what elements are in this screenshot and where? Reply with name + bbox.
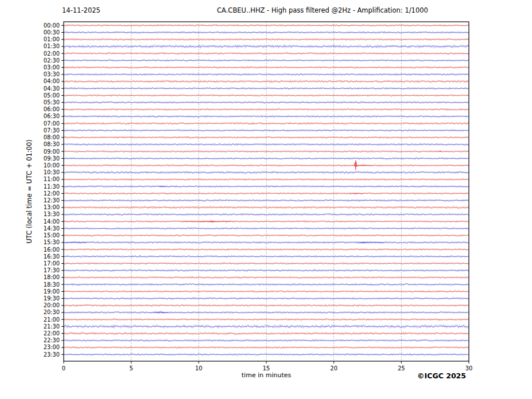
y-tick-label: 06:00	[44, 106, 60, 112]
y-tick-label: 08:00	[44, 134, 60, 140]
y-tick-label: 10:30	[44, 169, 60, 175]
y-tick-label: 09:30	[44, 155, 60, 162]
y-tick-label: 12:30	[44, 197, 60, 204]
y-tick-label: 05:00	[44, 92, 60, 99]
y-tick-label: 15:30	[44, 239, 60, 245]
y-tick-label: 04:00	[44, 78, 60, 84]
y-tick-label: 19:00	[44, 288, 60, 295]
x-tick-label: 0	[62, 365, 65, 371]
y-tick-label: 23:30	[44, 351, 60, 358]
seismic-trace-13:30	[64, 214, 469, 215]
y-tick-label: 21:00	[44, 316, 60, 323]
y-tick-label: 16:00	[44, 247, 60, 253]
y-tick-label: 14:30	[44, 225, 60, 232]
y-tick-label: 07:00	[44, 120, 60, 127]
y-tick-label: 01:30	[44, 43, 60, 49]
x-tick-label: 5	[129, 365, 133, 371]
y-tick-label: 20:30	[44, 309, 60, 315]
y-tick-label: 11:30	[44, 183, 60, 190]
y-tick-label: 09:00	[44, 148, 60, 155]
y-tick-label: 00:30	[44, 29, 60, 36]
y-tick-label: 17:30	[44, 267, 60, 273]
y-tick-label: 15:00	[44, 232, 60, 238]
y-tick-label: 06:30	[44, 113, 60, 119]
y-tick-label: 02:00	[44, 50, 60, 57]
y-tick-label: 01:00	[44, 36, 60, 42]
x-tick-label: 10	[195, 365, 203, 371]
y-tick-label: 18:00	[44, 274, 60, 280]
y-tick-label: 05:30	[44, 99, 60, 105]
y-tick-label: 11:00	[44, 176, 60, 182]
y-tick-label: 23:00	[44, 344, 60, 350]
x-tick-label: 25	[398, 365, 405, 371]
y-tick-label: 22:00	[44, 330, 60, 337]
y-tick-label: 07:30	[44, 127, 60, 134]
y-tick-label: 12:00	[44, 190, 60, 197]
y-tick-label: 16:30	[44, 253, 60, 260]
seismogram-plot: 00:0000:3001:0001:3002:0002:3003:0003:30…	[0, 0, 532, 399]
y-tick-label: 03:00	[44, 64, 60, 71]
y-tick-label: 17:00	[44, 260, 60, 267]
y-tick-label: 03:30	[44, 71, 60, 77]
copyright-label: ©ICGC 2025	[417, 371, 466, 380]
y-tick-label: 21:30	[44, 323, 60, 330]
y-tick-label: 02:30	[44, 57, 60, 64]
x-tick-label: 15	[263, 365, 270, 371]
y-tick-label: 13:30	[44, 211, 60, 217]
x-axis-label: time in minutes	[242, 371, 291, 379]
y-tick-label: 00:00	[44, 22, 60, 29]
x-tick-label: 20	[330, 365, 337, 371]
y-tick-label: 04:30	[44, 85, 60, 92]
y-tick-label: 20:00	[44, 302, 60, 308]
y-tick-label: 22:30	[44, 337, 60, 343]
y-tick-label: 14:00	[44, 218, 60, 225]
y-tick-label: 13:00	[44, 204, 60, 210]
y-tick-label: 19:30	[44, 295, 60, 302]
y-tick-label: 18:30	[44, 281, 60, 288]
y-tick-label: 08:30	[44, 141, 60, 147]
helicorder-figure: 14-11-2025 CA.CBEU..HHZ - High pass filt…	[0, 0, 532, 399]
y-tick-label: 10:00	[44, 162, 60, 169]
x-tick-label: 30	[465, 365, 473, 371]
